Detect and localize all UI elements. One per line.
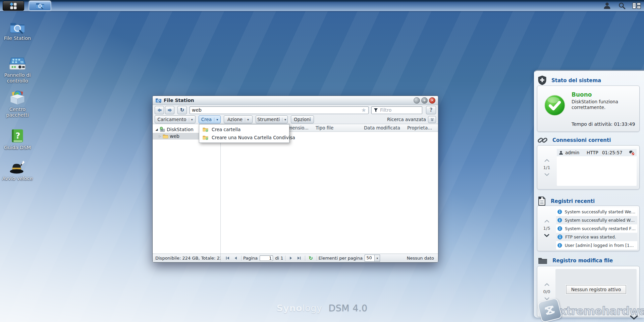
disconnect-icon[interactable] <box>629 150 635 155</box>
caret-down-icon: ▾ <box>214 118 218 121</box>
last-page-button[interactable] <box>295 255 303 261</box>
close-button[interactable]: ✕ <box>429 97 435 104</box>
pager-count: 1/5 <box>543 226 550 231</box>
connections-pager: 1/1 <box>537 146 556 189</box>
create-dropdown-menu: Crea cartella Creare una Nuova Cartella … <box>199 124 289 143</box>
widget-title: Registro modifica file <box>552 258 613 264</box>
upload-menu-button[interactable]: Caricamento▾ <box>155 115 196 123</box>
dark-folder-icon <box>538 257 548 265</box>
package-center-icon <box>2 90 33 105</box>
options-button[interactable]: Opzioni <box>291 115 314 123</box>
desktop-icon-package-center[interactable]: Centro pacchetti <box>2 90 33 118</box>
tools-menu-button[interactable]: Strumenti▾ <box>256 115 288 123</box>
forward-button[interactable] <box>165 106 174 114</box>
log-document-icon <box>538 196 546 206</box>
maximize-button[interactable]: + <box>421 97 428 104</box>
page-up-icon[interactable] <box>544 159 549 162</box>
svg-text:?: ? <box>15 131 20 141</box>
tree-collapsed-icon[interactable]: ▷ <box>158 135 162 138</box>
page-down-icon[interactable] <box>544 234 549 237</box>
connection-row: admin HTTP 01:25:57 <box>557 149 637 156</box>
column-header-type[interactable]: Tipo file <box>316 125 333 130</box>
magic-hat-icon <box>2 160 33 174</box>
column-header-owner[interactable]: Proprieta... <box>407 125 432 130</box>
logs-list: System successfully started Web St... Sy… <box>556 208 637 250</box>
desktop-icon-dsm-help[interactable]: ? Guida DSM <box>2 128 33 151</box>
connection-protocol: HTTP <box>587 150 602 155</box>
filter-input[interactable] <box>378 107 422 113</box>
log-row: User [admin] logged in from [10.16... <box>556 241 637 250</box>
menu-item-label: Crea cartella <box>212 127 240 132</box>
window-title-icon <box>155 98 162 103</box>
search-icon[interactable] <box>617 2 627 10</box>
status-state: Buono <box>572 91 634 98</box>
tree-item-label: DiskStation <box>167 127 194 132</box>
page-up-icon[interactable] <box>544 283 549 286</box>
desktop-icon-control-panel[interactable]: Pannello di controllo <box>2 57 33 84</box>
next-page-button[interactable] <box>287 255 295 261</box>
system-status-card: Buono DiskStation funziona correttamente… <box>537 86 640 132</box>
desktop-icon-label: Pannello di controllo <box>2 72 33 84</box>
column-header-modified[interactable]: Data modificata <box>362 125 400 130</box>
desktop-icon-label: Avvio veloce <box>2 176 33 181</box>
back-button[interactable] <box>155 106 164 114</box>
log-row: FTP service was started. <box>556 233 637 241</box>
advanced-search-toggle[interactable] <box>428 116 436 123</box>
pager-count: 1/1 <box>543 165 550 170</box>
log-row: System successfully started Web St... <box>556 208 637 216</box>
separator <box>305 256 305 261</box>
per-page-label: Elementi per pagina <box>319 256 363 261</box>
menu-item-create-shared-folder[interactable]: Creare una Nuova Cartella Condivisa <box>199 133 289 142</box>
page-of-label: di 1 <box>275 256 283 261</box>
caret-down-icon: ▾ <box>282 118 286 121</box>
status-description: DiskStation funziona correttamente. <box>572 99 634 110</box>
menu-item-label: Creare una Nuova Cartella Condivisa <box>212 135 295 140</box>
bookmark-star-icon[interactable]: ★ <box>361 107 366 113</box>
page-down-icon[interactable] <box>544 173 549 176</box>
info-icon <box>557 226 562 231</box>
user-icon <box>559 151 563 155</box>
menu-item-create-folder[interactable]: Crea cartella <box>199 125 289 133</box>
create-menu-button[interactable]: Crea▾ <box>199 115 221 123</box>
path-field: ★ <box>190 106 369 114</box>
window-titlebar[interactable]: File Station + ✕ <box>153 96 438 105</box>
desktop-icon-file-station[interactable]: File Station <box>2 21 33 41</box>
help-button[interactable]: ? <box>426 106 436 114</box>
user-icon[interactable] <box>602 2 612 10</box>
pilot-view-icon[interactable] <box>632 2 641 10</box>
file-station-icon <box>2 21 33 34</box>
connection-duration: 01:25:57 <box>602 150 623 155</box>
action-menu-button[interactable]: Azione▾ <box>224 115 253 123</box>
separator <box>317 256 317 261</box>
taskbar-file-station-button[interactable] <box>29 1 51 11</box>
page-input[interactable] <box>260 256 273 261</box>
prev-page-button[interactable] <box>231 255 239 261</box>
desktop-icon-label: Centro pacchetti <box>2 107 33 118</box>
filter-funnel-icon <box>374 108 378 112</box>
refresh-list-button[interactable]: ↻ <box>307 255 315 261</box>
nas-icon <box>159 127 165 132</box>
desktop: File Station Pannello di controllo <box>0 0 644 322</box>
info-icon <box>557 243 562 248</box>
uptime-text: Tempo di attività: 01:33:49 <box>572 121 635 127</box>
status-bar: Disponibile: 224 GB, Totale: 224 GB Pagi… <box>153 254 438 262</box>
pager-count: 0/0 <box>543 289 550 294</box>
desktop-icon-quick-start[interactable]: Avvio veloce <box>2 160 33 181</box>
path-input[interactable] <box>190 107 361 113</box>
refresh-button[interactable]: ↻ <box>177 106 187 114</box>
widget-title: Stato del sistema <box>551 77 601 84</box>
chain-link-icon <box>538 136 548 145</box>
toolbar: Caricamento▾ Crea▾ Azione▾ Strumenti▾ Op… <box>153 115 438 124</box>
system-status-header: Stato del sistema <box>538 75 601 85</box>
status-texts: Buono DiskStation funziona correttamente… <box>572 91 634 110</box>
first-page-button[interactable] <box>223 255 231 261</box>
empty-list-text: Nessun dato <box>407 256 434 261</box>
log-row: System successfully restarted FTP... <box>556 224 637 233</box>
advanced-search-label: Ricerca avanzata <box>387 117 426 122</box>
per-page-select[interactable]: 50 ▾ <box>365 255 380 262</box>
main-menu-button[interactable] <box>3 1 24 11</box>
minimize-button[interactable] <box>414 97 420 104</box>
page-up-icon[interactable] <box>544 220 549 223</box>
double-chevron-down-icon <box>430 118 434 121</box>
tree-expanded-icon[interactable]: ◢ <box>155 128 159 131</box>
